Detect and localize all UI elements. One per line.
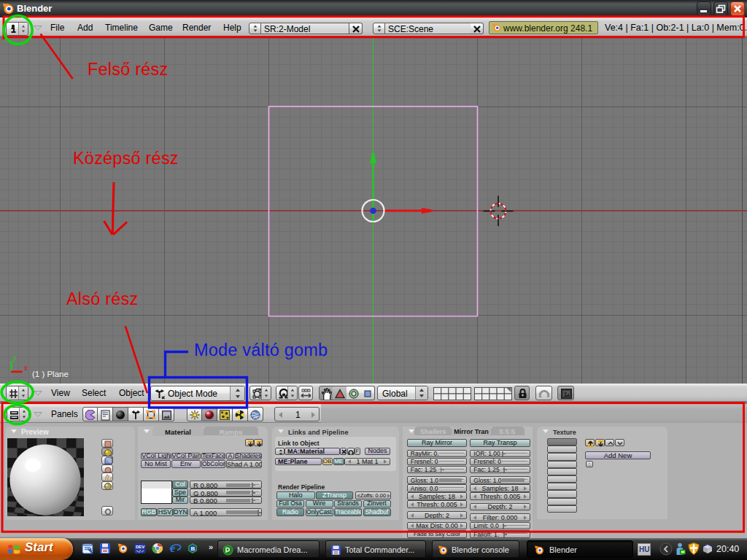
- svg-text:x: x: [24, 364, 28, 372]
- svg-text:y: y: [13, 354, 17, 362]
- svg-text:»: »: [209, 542, 213, 551]
- svg-text:(1 ) Plane: (1 ) Plane: [32, 370, 69, 378]
- svg-text:B: B: [191, 545, 196, 552]
- svg-text:DEV: DEV: [136, 545, 144, 549]
